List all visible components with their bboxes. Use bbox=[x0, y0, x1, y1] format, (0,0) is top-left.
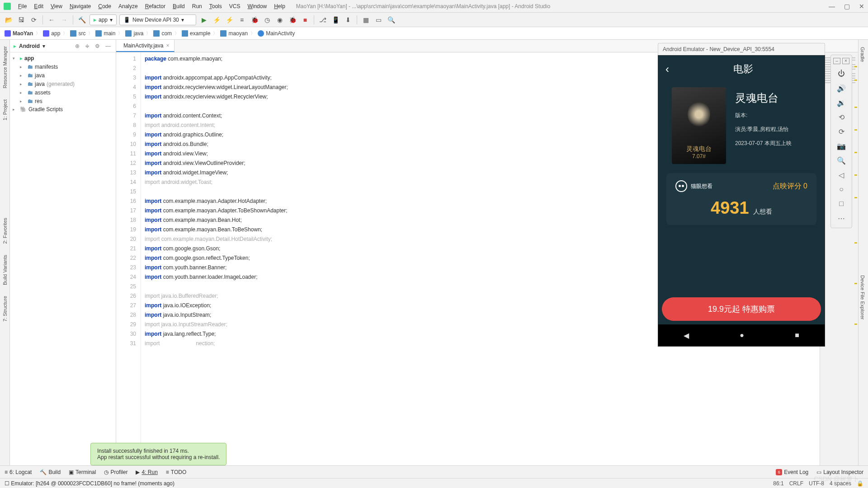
emu-rotate-left-icon[interactable]: ⟲ bbox=[834, 110, 849, 124]
tree-java[interactable]: ▸🖿java bbox=[10, 71, 116, 80]
minimize-button[interactable]: — bbox=[829, 3, 835, 10]
emu-rotate-right-icon[interactable]: ⟳ bbox=[834, 125, 849, 138]
run-icon[interactable]: ▶ bbox=[199, 15, 209, 25]
menu-code[interactable]: Code bbox=[94, 2, 115, 11]
tree-java-generated[interactable]: ▸🖿java (generated) bbox=[10, 80, 116, 88]
open-icon[interactable]: 📂 bbox=[4, 15, 14, 25]
tool-structure[interactable]: 7: Structure bbox=[2, 293, 8, 324]
bc-com[interactable]: com bbox=[153, 30, 172, 37]
emu-zoom-icon[interactable]: 🔍 bbox=[834, 154, 849, 167]
emu-power-icon[interactable]: ⏻ bbox=[834, 67, 849, 80]
nav-home-icon[interactable]: ● bbox=[740, 331, 744, 339]
project-hide-icon[interactable]: — bbox=[104, 43, 112, 49]
menu-file[interactable]: File bbox=[14, 2, 30, 11]
menu-refactor[interactable]: Refactor bbox=[142, 2, 169, 11]
avd-icon[interactable]: 📱 bbox=[330, 15, 340, 25]
menu-view[interactable]: View bbox=[47, 2, 66, 11]
bc-src[interactable]: src bbox=[70, 30, 85, 37]
emulator-screen[interactable]: ‹ 电影 灵魂电台 7.07# 灵魂电台 版本: 演员:季晨,房程程,汤怡 20… bbox=[658, 55, 825, 347]
tool-device-file-explorer[interactable]: Device File Explorer bbox=[860, 272, 865, 322]
menu-vcs[interactable]: VCS bbox=[226, 2, 244, 11]
movie-poster[interactable]: 灵魂电台 7.07# bbox=[672, 87, 726, 164]
tree-manifests[interactable]: ▸🖿manifests bbox=[10, 62, 116, 71]
tool-profiler[interactable]: ◷ Profiler bbox=[104, 469, 127, 475]
tool-build[interactable]: 🔨 Build bbox=[40, 469, 61, 475]
menu-analyze[interactable]: Analyze bbox=[115, 2, 142, 11]
save-icon[interactable]: 🖫 bbox=[16, 15, 26, 25]
maximize-button[interactable]: ▢ bbox=[844, 3, 850, 10]
menu-build[interactable]: Build bbox=[169, 2, 189, 11]
emu-volume-down-icon[interactable]: 🔉 bbox=[834, 96, 849, 109]
sync-icon[interactable]: ⟳ bbox=[29, 15, 39, 25]
settings-icon[interactable]: ▭ bbox=[373, 15, 383, 25]
tree-assets[interactable]: ▸🖿assets bbox=[10, 88, 116, 97]
tree-gradle-scripts[interactable]: ▸🐘Gradle Scripts bbox=[10, 105, 116, 113]
attach-process-icon[interactable]: 🐞 bbox=[288, 15, 297, 25]
project-collapse-icon[interactable]: ≑ bbox=[84, 43, 91, 49]
sdk-icon[interactable]: ⬇ bbox=[343, 15, 353, 25]
tool-gradle[interactable]: Gradle bbox=[860, 44, 865, 65]
forward-icon[interactable]: → bbox=[59, 15, 69, 25]
bc-java[interactable]: java bbox=[125, 30, 143, 37]
apply-code-icon[interactable]: ⚡ bbox=[224, 15, 234, 25]
emulator-title[interactable]: Android Emulator - New_Device_API_30:555… bbox=[658, 43, 825, 55]
tree-res[interactable]: ▸🖿res bbox=[10, 97, 116, 105]
debug-icon[interactable]: 🐞 bbox=[250, 15, 259, 25]
tool-terminal[interactable]: ▣ Terminal bbox=[69, 469, 96, 475]
nav-back-icon[interactable]: ◀ bbox=[684, 331, 689, 340]
emu-more-icon[interactable]: ⋯ bbox=[834, 211, 849, 225]
menu-tools[interactable]: Tools bbox=[206, 2, 226, 11]
bc-example[interactable]: example bbox=[182, 30, 210, 37]
bc-main[interactable]: main bbox=[95, 30, 115, 37]
bc-maoyan[interactable]: maoyan bbox=[220, 30, 248, 37]
close-button[interactable]: ✕ bbox=[859, 3, 864, 10]
menu-help[interactable]: Help bbox=[270, 2, 289, 11]
tool-run[interactable]: ▶ 4: Run bbox=[136, 469, 157, 475]
menu-navigate[interactable]: Navigate bbox=[66, 2, 94, 11]
search-icon[interactable]: 🔍 bbox=[386, 15, 396, 25]
coverage-icon[interactable]: ≡ bbox=[237, 15, 247, 25]
project-view-label[interactable]: Android bbox=[19, 43, 40, 49]
emu-home-icon[interactable]: ○ bbox=[834, 183, 849, 196]
tool-build-variants[interactable]: Build Variants bbox=[2, 252, 8, 288]
tool-logcat[interactable]: ≡ 6: Logcat bbox=[5, 469, 32, 475]
menu-edit[interactable]: Edit bbox=[30, 2, 47, 11]
tree-app[interactable]: ▾▸app bbox=[10, 54, 116, 62]
device-selector[interactable]: 📱New Device API 30▾ bbox=[119, 14, 196, 25]
buy-ticket-button[interactable]: 19.9元起 特惠购票 bbox=[662, 297, 821, 321]
emu-back-icon[interactable]: ◁ bbox=[834, 168, 849, 182]
status-line-sep[interactable]: CRLF bbox=[789, 480, 803, 487]
git-icon[interactable]: ⎇ bbox=[318, 15, 328, 25]
status-position[interactable]: 86:1 bbox=[773, 480, 783, 487]
tool-todo[interactable]: ≡ TODO bbox=[166, 469, 186, 475]
build-hammer-icon[interactable]: 🔨 bbox=[77, 15, 87, 25]
back-icon[interactable]: ← bbox=[47, 15, 57, 25]
stop-icon[interactable]: ■ bbox=[300, 15, 310, 25]
app-back-icon[interactable]: ‹ bbox=[665, 63, 669, 75]
emu-overview-icon[interactable]: □ bbox=[834, 197, 849, 211]
nav-recent-icon[interactable]: ■ bbox=[795, 331, 799, 339]
tool-favorites[interactable]: 2: Favorites bbox=[2, 215, 8, 246]
profile-icon[interactable]: ◷ bbox=[262, 15, 272, 25]
project-target-icon[interactable]: ⊕ bbox=[74, 43, 81, 49]
tool-project[interactable]: 1: Project bbox=[2, 97, 8, 123]
tool-layout-inspector[interactable]: ▭ Layout Inspector bbox=[816, 469, 863, 475]
apply-changes-icon[interactable]: ⚡ bbox=[212, 15, 222, 25]
project-settings-icon[interactable]: ⚙ bbox=[94, 43, 101, 49]
tab-close-icon[interactable]: × bbox=[166, 42, 169, 49]
tool-event-log[interactable]: 6 Event Log bbox=[776, 469, 808, 475]
emu-volume-up-icon[interactable]: 🔊 bbox=[834, 81, 849, 95]
attach-debugger-icon[interactable]: ◉ bbox=[275, 15, 285, 25]
tab-main-activity[interactable]: MainActivity.java × bbox=[116, 40, 175, 52]
emu-camera-icon[interactable]: 📷 bbox=[834, 139, 849, 153]
bc-class[interactable]: MainActivity bbox=[258, 30, 295, 37]
tool-resource-manager[interactable]: Resource Manager bbox=[2, 43, 8, 91]
bc-root[interactable]: MaoYan bbox=[5, 30, 33, 37]
emu-close-icon[interactable]: × bbox=[842, 58, 849, 64]
project-structure-icon[interactable]: ▦ bbox=[361, 15, 371, 25]
menu-run[interactable]: Run bbox=[189, 2, 206, 11]
run-config-selector[interactable]: ▸app▾ bbox=[90, 14, 117, 25]
menu-window[interactable]: Window bbox=[244, 2, 270, 11]
emu-minimize-icon[interactable]: – bbox=[833, 58, 840, 64]
bc-app[interactable]: app bbox=[43, 30, 60, 37]
